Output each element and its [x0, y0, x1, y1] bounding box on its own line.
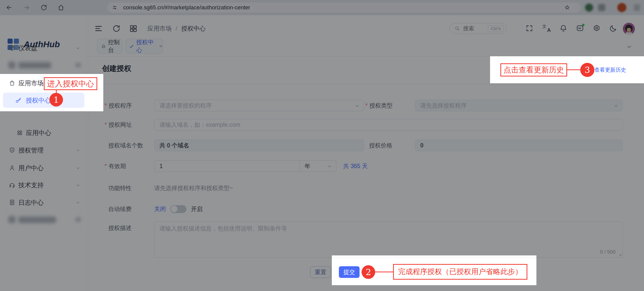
sidebar-item-label: 应用市场: [18, 74, 44, 92]
annotation-step1-badge: 1: [49, 93, 63, 107]
divider: [332, 258, 536, 258]
annotation-step3-badge: 3: [580, 63, 594, 77]
view-update-history-link[interactable]: 查看更新历史: [594, 56, 626, 83]
key-icon: [15, 97, 22, 103]
app-root: console.sg65.cn/#/marketplace/authorizat…: [0, 0, 644, 291]
sidebar-item-auth-center[interactable]: 授权中心: [3, 93, 84, 108]
tour-highlight-history: 点击查看更新历史 3 查看更新历史: [490, 56, 644, 83]
tour-highlight-sidebar: 应用市场 授权中心 进入授权中心 1: [0, 74, 103, 111]
annotation-connector: [375, 272, 393, 272]
annotation-step1-box: 进入授权中心: [44, 77, 97, 90]
annotation-step2-badge: 2: [362, 265, 375, 279]
shopping-bag-icon: [9, 80, 15, 86]
annotation-connector: [567, 69, 580, 70]
sidebar-item-label: 授权中心: [26, 93, 51, 108]
tour-dim-overlay: [0, 0, 644, 291]
annotation-step3-box: 点击查看更新历史: [500, 63, 567, 76]
submit-button[interactable]: 提交: [339, 266, 360, 278]
tour-highlight-submit: 提交 2 完成程序授权（已授权用户省略此步）: [332, 255, 536, 285]
annotation-step2-box: 完成程序授权（已授权用户省略此步）: [393, 264, 527, 280]
